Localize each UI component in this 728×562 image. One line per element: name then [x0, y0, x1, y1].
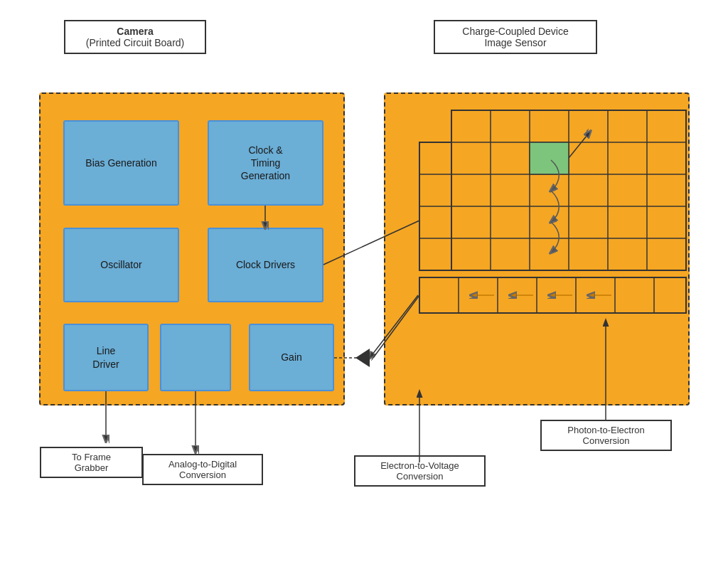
- camera-label: Camera (Printed Circuit Board): [64, 20, 206, 54]
- photon-electron-label: Photon-to-ElectronConversion: [540, 420, 672, 451]
- electron-voltage-label: Electron-to-VoltageConversion: [354, 455, 486, 487]
- analog-digital-label: Analog-to-DigitalConversion: [142, 454, 263, 485]
- camera-label-line1: Camera: [75, 26, 195, 37]
- to-frame-grabber-label: To FrameGrabber: [40, 447, 143, 478]
- oscillator-block: Oscillator: [63, 228, 179, 302]
- camera-label-line2: (Printed Circuit Board): [75, 37, 195, 48]
- line-driver-block: LineDriver: [63, 324, 149, 391]
- diagram-container: Camera (Printed Circuit Board) Charge-Co…: [0, 0, 728, 562]
- ccd-label-line2: Image Sensor: [445, 37, 586, 48]
- ccd-label-line1: Charge-Coupled Device: [445, 26, 586, 37]
- ccd-sensor: [384, 92, 690, 405]
- clock-timing-block: Clock &TimingGeneration: [208, 120, 323, 206]
- large-output-arrow: [355, 349, 370, 367]
- adc-block: [160, 324, 231, 391]
- bias-generation-block: Bias Generation: [63, 120, 179, 206]
- gain-block: Gain: [249, 324, 334, 391]
- ccd-label: Charge-Coupled Device Image Sensor: [434, 20, 597, 54]
- clock-drivers-block: Clock Drivers: [208, 228, 323, 302]
